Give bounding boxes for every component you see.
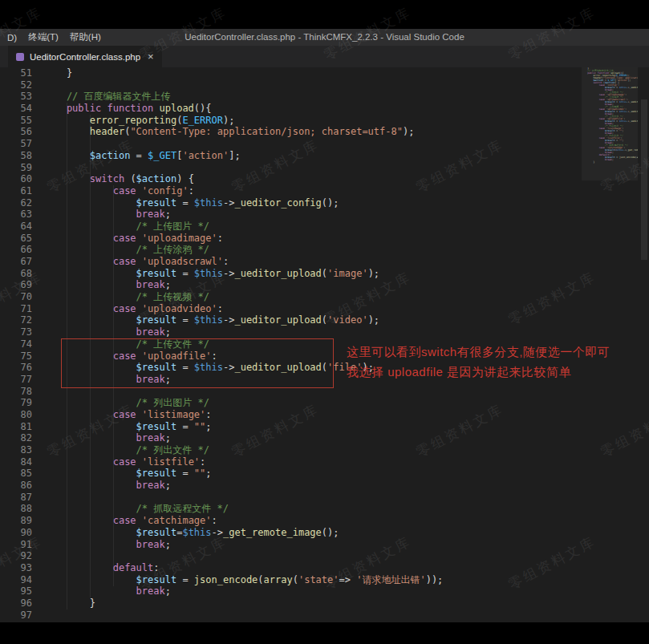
code-line: 86 break;	[0, 480, 577, 492]
scrollbar-thumb[interactable]	[641, 99, 647, 260]
code-text: }	[43, 67, 72, 79]
menu-item[interactable]: 终端(T)	[22, 31, 64, 43]
line-number: 86	[0, 480, 32, 492]
minimap-line: }	[582, 161, 638, 164]
code-text: /* 上传图片 */	[43, 221, 209, 233]
code-text: break;	[43, 480, 171, 492]
annotation-line-1: 这里可以看到switch有很多分支,随便选一个即可	[347, 342, 610, 362]
annotation-text: 这里可以看到switch有很多分支,随便选一个即可 我选择 uploadfile…	[347, 342, 610, 382]
line-number: 80	[0, 409, 32, 421]
line-number: 91	[0, 539, 32, 551]
code-text: $result = "";	[43, 421, 212, 433]
code-line: 88 /* 抓取远程文件 */	[0, 503, 577, 515]
code-line: 59	[0, 162, 577, 174]
code-editor[interactable]: 51 }5253 // 百度编辑器文件上传54 public function …	[0, 67, 649, 622]
scrollbar[interactable]	[639, 67, 649, 622]
code-line: 54 public function upload(){	[0, 103, 577, 115]
line-number: 83	[0, 444, 32, 456]
code-line: 91 break;	[0, 539, 577, 551]
line-number: 55	[0, 115, 32, 127]
line-number: 71	[0, 303, 32, 315]
tab-ueditorcontroller[interactable]: UeditorController.class.php ×	[8, 46, 162, 67]
line-number: 88	[0, 503, 32, 515]
minimap-content: } // 百度编辑器文件上传 public function upload(){…	[582, 67, 638, 164]
code-line: 52	[0, 79, 577, 91]
code-text: case 'uploadimage':	[43, 233, 223, 245]
line-number: 90	[0, 527, 32, 539]
code-text: header("Content-Type: application/json; …	[43, 126, 414, 138]
tab-close-icon[interactable]: ×	[148, 51, 154, 62]
code-text: break;	[43, 209, 171, 221]
code-line: 80 case 'listimage':	[0, 409, 577, 421]
code-text: }	[43, 597, 95, 610]
code-line: 87	[0, 492, 577, 504]
code-line: 67 case 'uploadscrawl':	[0, 256, 577, 268]
code-line: 73 break;	[0, 326, 577, 338]
code-line: 85 $result = "";	[0, 468, 577, 480]
annotation-highlight-box	[61, 338, 334, 388]
code-line: 70 /* 上传视频 */	[0, 291, 577, 303]
menu-item[interactable]: 帮助(H)	[64, 31, 107, 43]
code-text: /* 上传涂鸦 */	[43, 244, 209, 256]
code-line: 60 switch ($action) {	[0, 173, 577, 185]
code-line: 83 /* 列出文件 */	[0, 444, 577, 456]
line-number: 75	[0, 350, 32, 363]
menu-item[interactable]: D)	[2, 33, 22, 43]
line-number: 62	[0, 197, 32, 209]
line-number: 70	[0, 291, 32, 303]
code-text: break;	[43, 279, 171, 291]
vscode-window: D)终端(T)帮助(H) UeditorController.class.php…	[0, 0, 649, 644]
line-number: 78	[0, 386, 32, 398]
line-number: 60	[0, 173, 32, 185]
code-line: 89 case 'catchimage':	[0, 515, 577, 527]
code-line: 68 $result = $this->_ueditor_upload('ima…	[0, 268, 577, 280]
line-number: 84	[0, 456, 32, 468]
code-text: case 'listimage':	[43, 409, 212, 421]
code-line: 72 $result = $this->_ueditor_upload('vid…	[0, 314, 577, 326]
line-number: 92	[0, 550, 32, 562]
code-text: $result = "";	[43, 468, 212, 480]
code-line: 94 $result = json_encode(array('state'=>…	[0, 574, 577, 586]
line-number: 66	[0, 244, 32, 256]
code-line: 55 error_reporting(E_ERROR);	[0, 115, 577, 127]
code-line: 69 break;	[0, 279, 577, 291]
line-number: 64	[0, 221, 32, 233]
line-number: 82	[0, 432, 32, 444]
tab-bar: UeditorController.class.php ×	[0, 46, 649, 67]
code-text: $result=$this->_get_remote_image();	[43, 527, 339, 539]
code-line: 65 case 'uploadimage':	[0, 233, 577, 245]
code-text: break;	[43, 432, 171, 444]
line-number: 63	[0, 209, 32, 221]
line-number: 61	[0, 185, 32, 197]
line-number: 74	[0, 338, 32, 350]
code-text: case 'uploadscrawl':	[43, 256, 229, 268]
code-text: case 'listfile':	[43, 456, 205, 468]
line-number: 87	[0, 492, 32, 504]
code-line: 51 }	[0, 67, 577, 79]
code-line: 53 // 百度编辑器文件上传	[0, 91, 577, 103]
bottom-black-bar	[0, 622, 649, 644]
tab-label: UeditorController.class.php	[30, 52, 140, 62]
code-line: 63 break;	[0, 209, 577, 221]
annotation-line-2: 我选择 uploadfile 是因为讲起来比较简单	[347, 362, 610, 382]
code-line: 66 /* 上传涂鸦 */	[0, 244, 577, 256]
code-line: 97	[0, 610, 577, 622]
line-number: 77	[0, 374, 32, 386]
code-text: /* 抓取远程文件 */	[43, 503, 229, 515]
code-text: public function upload(){	[43, 103, 212, 115]
line-number: 95	[0, 585, 32, 597]
code-text: $result = json_encode(array('state'=> '请…	[43, 574, 443, 586]
code-text: $result = $this->_ueditor_upload('video'…	[43, 314, 379, 326]
code-line: 64 /* 上传图片 */	[0, 221, 577, 233]
line-number: 89	[0, 515, 32, 527]
code-text: case 'uploadvideo':	[43, 303, 223, 315]
code-text: switch ($action) {	[43, 173, 194, 185]
code-text: break;	[43, 585, 171, 597]
code-text: error_reporting(E_ERROR);	[43, 115, 234, 127]
line-number: 69	[0, 279, 32, 291]
line-number: 67	[0, 256, 32, 268]
code-text: /* 列出文件 */	[43, 444, 209, 456]
code-line: 95 break;	[0, 585, 577, 597]
code-line: 56 header("Content-Type: application/jso…	[0, 126, 577, 138]
line-number: 51	[0, 67, 32, 79]
